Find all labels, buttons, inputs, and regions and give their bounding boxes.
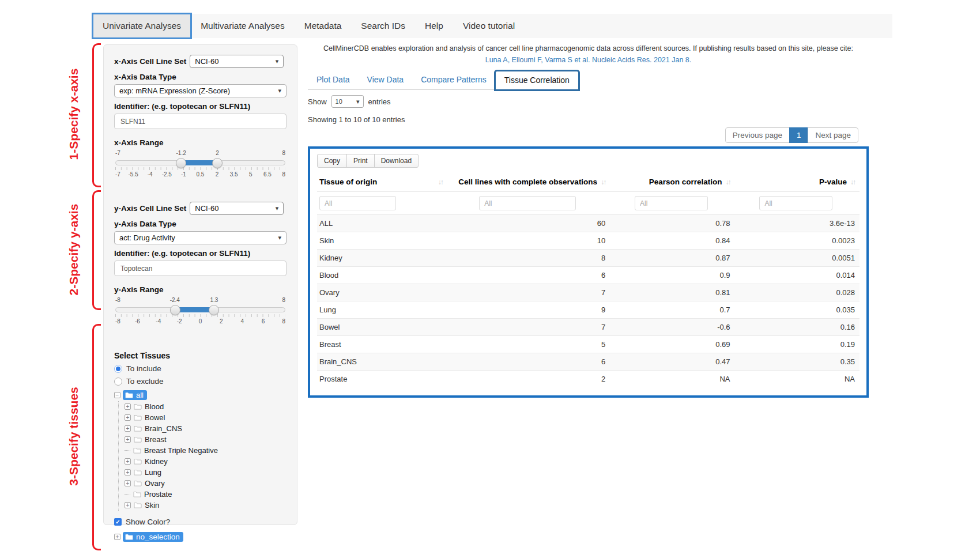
sort-icon[interactable]: ↓↑ <box>601 178 605 186</box>
previous-page-button[interactable]: Previous page <box>725 127 790 143</box>
folder-icon <box>134 502 142 508</box>
sort-icon[interactable]: ↓↑ <box>438 178 443 186</box>
show-color-checkbox-row[interactable]: ✓ Show Color? <box>114 518 287 526</box>
checkbox-checked-icon: ✓ <box>114 518 122 526</box>
expand-icon[interactable]: + <box>125 502 131 508</box>
expand-icon[interactable]: + <box>114 534 120 540</box>
expand-icon[interactable]: + <box>125 425 131 432</box>
x-axis-range-slider: -7 -1.2 2 8 -7-5.5-4-2.5-10.523.556.58 <box>115 150 285 183</box>
folder-icon <box>134 458 142 465</box>
x-range-max-label: 8 <box>282 150 285 156</box>
citation-link[interactable]: Luna A, Elloumi F, Varma S et al. Nuclei… <box>308 54 869 66</box>
table-row[interactable]: Prostate2NANA <box>317 371 860 388</box>
tree-node-bowel[interactable]: + Bowel <box>125 412 287 423</box>
tree-node-ovary[interactable]: + Ovary <box>125 478 287 489</box>
y-range-tickmarks <box>115 314 285 317</box>
table-row[interactable]: ALL600.783.6e-13 <box>317 215 860 232</box>
expand-icon[interactable]: + <box>125 414 131 421</box>
radio-to-include[interactable]: To include <box>114 364 287 373</box>
nav-help[interactable]: Help <box>415 14 453 38</box>
col-header-tissue-of-origin[interactable]: Tissue of origin ↓↑ <box>317 173 447 192</box>
table-row[interactable]: Bowel7-0.60.16 <box>317 319 860 336</box>
x-cell-line-set-select[interactable]: NCI-60 ▾ <box>190 55 284 68</box>
x-range-label: x-Axis Range <box>114 138 287 147</box>
tree-leaf-connector <box>125 450 130 451</box>
table-row[interactable]: Breast50.690.19 <box>317 336 860 353</box>
y-range-track[interactable] <box>115 307 285 312</box>
next-page-button[interactable]: Next page <box>808 127 858 143</box>
nav-metadata[interactable]: Metadata <box>295 14 352 38</box>
filter-pearson-input[interactable] <box>635 196 708 210</box>
select-tissues-title: Select Tissues <box>114 351 287 360</box>
x-identifier-label: Identifier: (e.g. topotecan or SLFN11) <box>114 102 287 111</box>
radio-to-include-label: To include <box>126 364 161 373</box>
tree-node-prostate[interactable]: Prostate <box>125 489 287 500</box>
table-row[interactable]: Lung90.70.035 <box>317 301 860 319</box>
expand-icon[interactable]: + <box>125 469 131 475</box>
tree-node-kidney[interactable]: + Kidney <box>125 456 287 467</box>
sort-icon[interactable]: ↓↑ <box>726 178 730 186</box>
folder-icon <box>125 534 133 540</box>
table-row[interactable]: Blood60.90.014 <box>317 267 860 284</box>
col-header-pearson-correlation[interactable]: Pearson correlation ↓↑ <box>610 173 734 192</box>
table-row[interactable]: Brain_CNS60.470.35 <box>317 353 860 371</box>
tree-node-no-selection[interactable]: no_selection <box>123 532 183 542</box>
y-range-handle-low[interactable] <box>170 305 180 315</box>
col-header-cell-lines[interactable]: Cell lines with complete observations ↓↑ <box>447 173 610 192</box>
col-header-p-value[interactable]: P-value ↓↑ <box>735 173 860 192</box>
nav-video-tutorial[interactable]: Video tutorial <box>453 14 525 38</box>
radio-to-exclude[interactable]: To exclude <box>114 377 287 386</box>
table-row[interactable]: Ovary70.810.028 <box>317 284 860 301</box>
tab-plot-data[interactable]: Plot Data <box>308 71 359 89</box>
table-row[interactable]: Skin100.840.0023 <box>317 232 860 250</box>
collapse-icon[interactable]: − <box>114 392 120 398</box>
tab-tissue-correlation[interactable]: Tissue Correlation <box>495 71 579 90</box>
tree-node-breast[interactable]: + Breast <box>125 434 287 445</box>
expand-icon[interactable]: + <box>125 480 131 486</box>
expand-icon[interactable]: + <box>125 403 131 410</box>
tree-node-blood[interactable]: + Blood <box>125 401 287 412</box>
radio-selected-icon <box>114 365 122 373</box>
copy-button[interactable]: Copy <box>317 154 347 168</box>
expand-icon[interactable]: + <box>125 458 131 465</box>
tree-node-all[interactable]: all <box>123 390 147 400</box>
y-range-min-label: -8 <box>115 297 120 303</box>
tree-node-brain-cns[interactable]: + Brain_CNS <box>125 423 287 434</box>
folder-icon <box>134 480 142 486</box>
nav-univariate-analyses[interactable]: Univariate Analyses <box>93 14 191 38</box>
y-data-type-select[interactable]: act: Drug Activity ▾ <box>114 231 287 244</box>
tab-view-data[interactable]: View Data <box>359 71 413 89</box>
table-row[interactable]: Kidney80.870.0051 <box>317 250 860 267</box>
annotation-bracket-x-axis <box>92 43 101 187</box>
tab-compare-patterns[interactable]: Compare Patterns <box>412 71 495 89</box>
nav-search-ids[interactable]: Search IDs <box>351 14 415 38</box>
y-cell-line-set-select[interactable]: NCI-60 ▾ <box>190 202 284 215</box>
expand-icon[interactable]: + <box>125 436 131 443</box>
download-button[interactable]: Download <box>374 154 419 168</box>
tree-node-breast-triple-negative[interactable]: Breast Triple Negative <box>125 445 287 456</box>
x-range-handle-high[interactable] <box>212 158 223 168</box>
annotation-label-tissues: 3-Specify tissues <box>67 323 81 550</box>
x-range-track[interactable] <box>115 160 285 165</box>
print-button[interactable]: Print <box>346 154 375 168</box>
chevron-down-icon: ▾ <box>278 234 281 241</box>
filter-p-value-input[interactable] <box>759 196 832 210</box>
entries-count-select[interactable]: 10 ▾ <box>331 95 364 108</box>
sort-icon[interactable]: ↓↑ <box>850 178 855 186</box>
filter-tissue-input[interactable] <box>319 196 396 210</box>
x-range-tickmarks <box>115 167 285 170</box>
filter-cell-lines-input[interactable] <box>479 196 576 210</box>
x-range-low-value: -1.2 <box>176 150 186 156</box>
y-cell-line-set-label: y-Axis Cell Line Set <box>114 204 186 213</box>
show-entries-row: Show 10 ▾ entries <box>308 95 869 108</box>
folder-icon <box>133 447 141 454</box>
annotation-label-x-axis: 1-Specify x-axis <box>67 42 81 186</box>
nav-multivariate-analyses[interactable]: Multivariate Analyses <box>191 14 295 38</box>
x-identifier-input[interactable] <box>114 114 287 129</box>
x-data-type-select[interactable]: exp: mRNA Expression (Z-Score) ▾ <box>114 84 287 97</box>
y-identifier-input[interactable] <box>114 261 287 276</box>
page-1-button[interactable]: 1 <box>789 127 809 143</box>
tree-node-lung[interactable]: + Lung <box>125 467 287 478</box>
tree-leaf-connector <box>125 494 130 495</box>
tree-node-skin[interactable]: + Skin <box>125 500 287 511</box>
